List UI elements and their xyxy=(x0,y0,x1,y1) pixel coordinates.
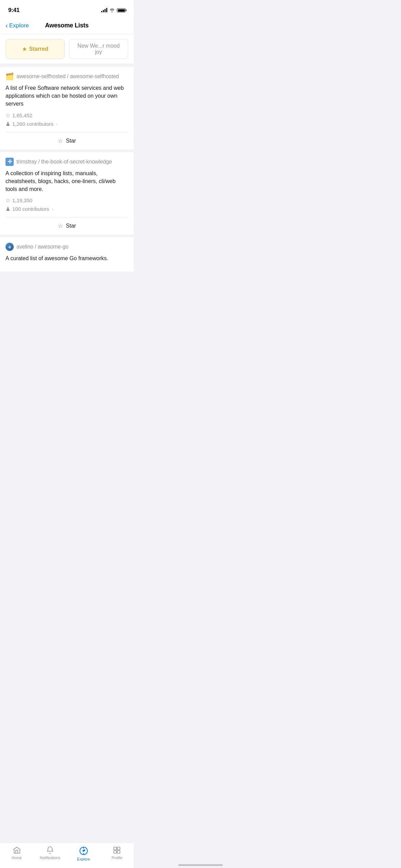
star-btn-icon-1: ☆ xyxy=(58,137,63,145)
star-btn-icon-2: ☆ xyxy=(58,222,63,230)
battery-icon xyxy=(117,8,125,12)
star-filled-icon: ★ xyxy=(22,46,27,53)
repo-stars-count-2: 1,19,350 xyxy=(12,197,32,203)
repo-contributors-row-1[interactable]: ♟ 1,260 contributors › xyxy=(5,121,128,127)
repo-full-name-3: avelino / awesome-go xyxy=(16,244,69,250)
wifi-icon xyxy=(109,8,115,12)
star-outline-icon-1: ☆ xyxy=(5,112,10,119)
repo-description-1: A list of Free Software network services… xyxy=(5,84,128,108)
star-btn-label-2: Star xyxy=(66,223,76,229)
other-filter-label: New We...r mood joy xyxy=(75,43,122,55)
repo-header-3: a avelino / awesome-go xyxy=(5,243,128,251)
nav-header: ‹ Explore Awesome Lists xyxy=(0,19,134,34)
repo-full-name-1: awesome-selfhosted / awesome-selfhosted xyxy=(16,73,119,80)
repo-stars-row-2: ☆ 1,19,350 xyxy=(5,197,128,204)
starred-filter-label: Starred xyxy=(29,46,48,52)
back-chevron-icon: ‹ xyxy=(5,22,8,29)
repo-stats-1: ☆ 1,65,452 ♟ 1,260 contributors › xyxy=(5,112,128,127)
star-button-1[interactable]: ☆ Star xyxy=(5,132,128,149)
star-btn-label-1: Star xyxy=(66,138,76,144)
section-divider-1 xyxy=(0,64,134,67)
back-button[interactable]: ‹ Explore xyxy=(5,22,29,29)
status-bar: 9:41 xyxy=(0,0,134,19)
starred-filter-button[interactable]: ★ Starred xyxy=(5,39,65,59)
repo-owner-2: trimstray xyxy=(16,159,37,165)
contributors-chevron-2: › xyxy=(52,206,53,212)
repo-name-1: awesome-selfhosted xyxy=(70,73,119,79)
star-outline-icon-2: ☆ xyxy=(5,197,10,204)
repo-stars-row-1: ☆ 1,65,452 xyxy=(5,112,128,119)
repo-owner-1: awesome-selfhosted xyxy=(16,73,65,79)
filter-bar: ★ Starred New We...r mood joy xyxy=(0,34,134,64)
content-area: 🗂️ awesome-selfhosted / awesome-selfhost… xyxy=(0,64,134,302)
contributors-icon-2: ♟ xyxy=(5,206,10,212)
page-title: Awesome Lists xyxy=(45,22,89,29)
repo-owner-3: avelino xyxy=(16,244,33,250)
repo-contributors-count-1: 1,260 contributors xyxy=(12,121,53,127)
repo-icon-1: 🗂️ xyxy=(5,72,14,81)
repo-name-3: awesome-go xyxy=(38,244,69,250)
star-button-2[interactable]: ☆ Star xyxy=(5,217,128,234)
repo-description-3: A curated list of awesome Go frameworks. xyxy=(5,254,128,262)
section-divider-2 xyxy=(0,149,134,152)
signal-icon xyxy=(101,8,107,12)
contributors-icon-1: ♟ xyxy=(5,121,10,127)
repo-stars-count-1: 1,65,452 xyxy=(12,112,32,118)
status-icons xyxy=(101,8,125,12)
repo-header: 🗂️ awesome-selfhosted / awesome-selfhost… xyxy=(5,72,128,81)
repo-separator-1: / xyxy=(65,73,70,79)
status-time: 9:41 xyxy=(8,7,20,14)
back-label: Explore xyxy=(9,22,29,29)
repo-description-2: A collection of inspiring lists, manuals… xyxy=(5,169,128,193)
section-divider-3 xyxy=(0,234,134,237)
repo-name-2: the-book-of-secret-knowledge xyxy=(41,159,112,165)
repo-separator-3: / xyxy=(33,244,38,250)
cross-icon: ✛ xyxy=(8,159,12,165)
repo-card-3: a avelino / awesome-go A curated list of… xyxy=(0,237,134,272)
repo-card: 🗂️ awesome-selfhosted / awesome-selfhost… xyxy=(0,67,134,149)
repo-avatar-3: a xyxy=(5,243,14,251)
repo-card-2: ✛ trimstray / the-book-of-secret-knowled… xyxy=(0,152,134,235)
repo-header-2: ✛ trimstray / the-book-of-secret-knowled… xyxy=(5,158,128,166)
repo-icon-2: ✛ xyxy=(5,158,14,166)
repo-stats-2: ☆ 1,19,350 ♟ 100 contributors › xyxy=(5,197,128,212)
repo-separator-2: / xyxy=(37,159,41,165)
other-filter-button[interactable]: New We...r mood joy xyxy=(69,39,128,59)
repo-full-name-2: trimstray / the-book-of-secret-knowledge xyxy=(16,159,112,165)
contributors-chevron-1: › xyxy=(56,121,58,126)
repo-contributors-row-2[interactable]: ♟ 100 contributors › xyxy=(5,206,128,212)
repo-contributors-count-2: 100 contributors xyxy=(12,206,49,212)
